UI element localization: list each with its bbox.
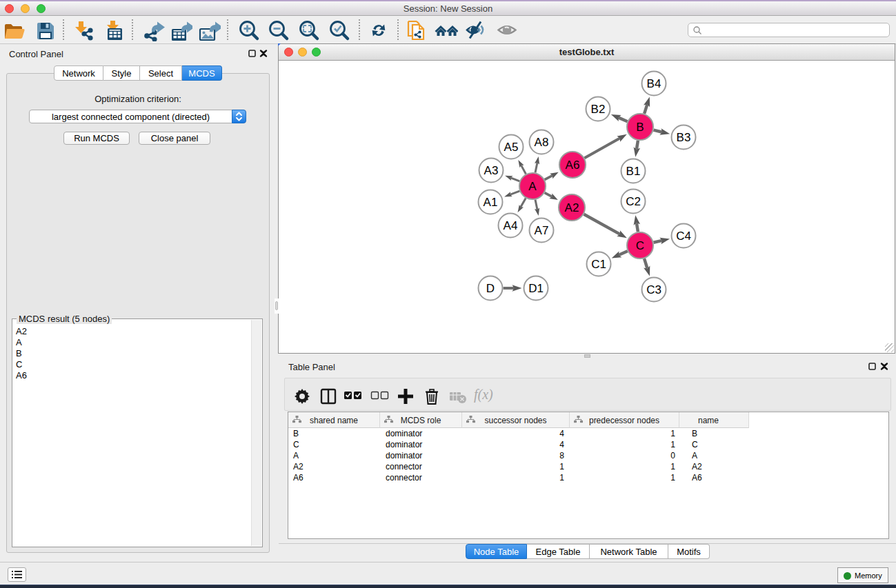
svg-text:A: A — [528, 180, 537, 193]
svg-text:B2: B2 — [591, 103, 606, 116]
svg-text:A5: A5 — [504, 141, 519, 154]
svg-text:A6: A6 — [566, 159, 580, 172]
svg-text:D1: D1 — [528, 282, 544, 295]
svg-text:C3: C3 — [646, 283, 661, 296]
svg-text:C: C — [636, 239, 644, 252]
svg-text:A4: A4 — [504, 219, 518, 232]
svg-text:B4: B4 — [647, 77, 661, 90]
svg-text:A7: A7 — [535, 224, 549, 237]
svg-text:C4: C4 — [676, 230, 691, 243]
svg-text:C2: C2 — [626, 195, 641, 208]
svg-text:A1: A1 — [484, 196, 498, 209]
svg-text:B3: B3 — [677, 131, 691, 144]
svg-text:D: D — [486, 282, 495, 295]
svg-text:A2: A2 — [565, 201, 579, 214]
svg-text:B1: B1 — [626, 165, 641, 178]
svg-text:A8: A8 — [535, 136, 549, 149]
svg-text:C1: C1 — [591, 258, 606, 271]
svg-text:B: B — [636, 121, 644, 134]
svg-text:A3: A3 — [484, 164, 499, 177]
